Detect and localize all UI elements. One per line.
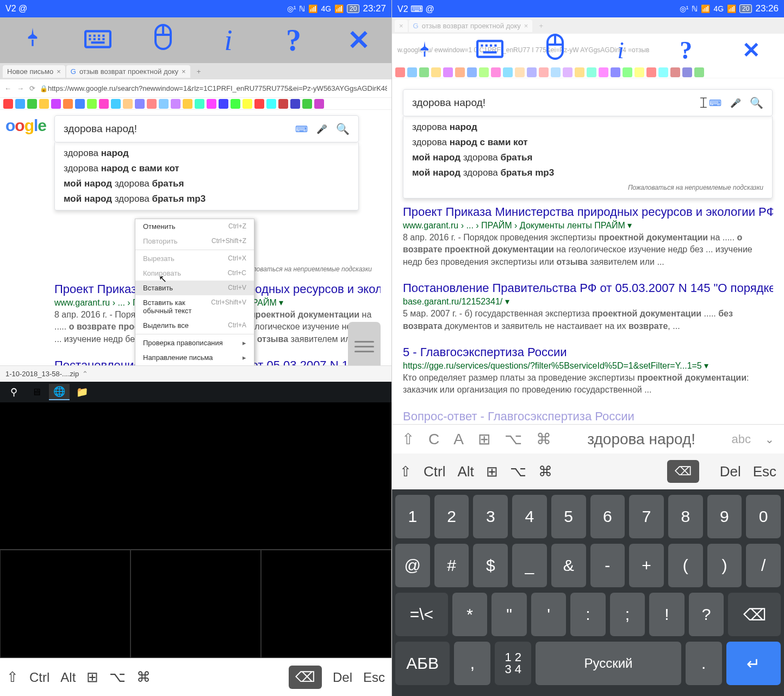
suggestion[interactable]: мой народ здорова братья mp3 — [55, 191, 358, 207]
help-icon[interactable]: ? — [670, 36, 702, 65]
mic-icon[interactable]: 🎤 — [316, 124, 327, 134]
touchpad-right-button[interactable] — [261, 550, 391, 658]
ctx-select-all[interactable]: Выделить всеCtrl+A — [135, 318, 254, 333]
search-input-wrap[interactable]: здорова народ! 𝙸 ⌨ 🎤 🔍 — [403, 89, 773, 116]
browser-tab-1[interactable]: Новое письмо× — [3, 65, 65, 78]
browser-tab-2[interactable]: Gотзыв возврат проектной доку× — [66, 65, 190, 78]
search-input-wrap[interactable]: здорова народ! ⌨ 🎤 🔍 — [54, 115, 359, 142]
key-rparen[interactable]: ) — [707, 544, 742, 587]
key-comma[interactable]: , — [454, 642, 490, 685]
result-title[interactable]: Постановление Правительства РФ от 05.03.… — [403, 281, 773, 295]
shift-key[interactable]: ⇧ — [400, 463, 412, 480]
suggestion[interactable]: мой народ здорова братья — [55, 176, 358, 191]
cmd-key[interactable]: ⌘ — [136, 669, 151, 686]
key-semi[interactable]: ; — [610, 593, 645, 636]
key-colon[interactable]: : — [570, 593, 606, 636]
back-icon[interactable]: ← — [4, 84, 11, 92]
key-1[interactable]: 1 — [395, 495, 430, 538]
ctx-paste[interactable]: ВставитьCtrl+V — [135, 281, 254, 295]
touchpad-middle-button[interactable] — [130, 550, 261, 658]
suggestion[interactable]: здорова народ с вами кот — [55, 161, 358, 176]
ctx-direction[interactable]: Направление письма — [135, 350, 254, 365]
a-indicator[interactable]: A — [453, 431, 464, 448]
close-icon[interactable]: ✕ — [735, 38, 768, 63]
option-key[interactable]: ⌥ — [510, 463, 526, 480]
suggestion[interactable]: мой народ здорова братья — [403, 150, 772, 165]
mouse-icon[interactable] — [539, 34, 571, 66]
browser-tab[interactable]: × — [395, 20, 408, 32]
key-3[interactable]: 3 — [473, 495, 508, 538]
win-key[interactable]: ⊞ — [86, 669, 98, 686]
pin-icon[interactable] — [16, 24, 49, 57]
touchpad-left-button[interactable] — [0, 550, 130, 658]
collapse-icon[interactable]: ⌄ — [765, 433, 774, 446]
option-key[interactable]: ⌥ — [109, 669, 126, 686]
backspace-key[interactable]: ⌫ — [289, 666, 322, 689]
url-text[interactable]: https://www.google.ru/search?newwindow=1… — [48, 84, 387, 92]
c-indicator[interactable]: C — [428, 431, 439, 448]
ctrl-key[interactable]: Ctrl — [29, 670, 49, 685]
pin-icon[interactable] — [408, 34, 441, 66]
close-icon[interactable]: ✕ — [343, 24, 375, 56]
new-tab-button[interactable]: + — [191, 67, 207, 76]
suggestion[interactable]: здорова народ с вами кот — [403, 135, 772, 150]
abc-indicator[interactable]: abc — [732, 432, 751, 446]
key-question[interactable]: ? — [689, 593, 724, 636]
suggestion[interactable]: здорова народ — [403, 120, 772, 135]
key-8[interactable]: 8 — [668, 495, 703, 538]
backspace-key[interactable]: ⌫ — [667, 460, 699, 483]
cmd-key[interactable]: ⌘ — [538, 463, 552, 480]
key-symbols[interactable]: =\< — [395, 593, 448, 636]
search-taskbar-icon[interactable]: ⚲ — [3, 384, 24, 400]
info-icon[interactable]: i — [212, 23, 245, 57]
alt-key[interactable]: Alt — [457, 463, 474, 480]
chrome-icon[interactable]: 🌐 — [49, 384, 70, 400]
opt-indicator[interactable]: ⌥ — [505, 430, 522, 448]
mouse-icon[interactable] — [147, 24, 179, 57]
ctx-undo[interactable]: ОтменитьCtrl+Z — [135, 219, 254, 234]
search-input[interactable]: здорова народ! — [64, 123, 295, 135]
key-minus[interactable]: - — [590, 544, 625, 587]
dropdown-icon[interactable]: ▾ — [704, 361, 708, 370]
result-title[interactable]: Проект Приказа Министерства природных ре… — [403, 205, 773, 219]
key-4[interactable]: 4 — [512, 495, 547, 538]
download-file[interactable]: 1-10-2018_13-58-....zip — [5, 370, 79, 378]
info-icon[interactable]: i — [605, 36, 637, 64]
shift-key[interactable]: ⇧ — [7, 669, 18, 686]
scroll-handle[interactable] — [348, 322, 381, 365]
ctrl-key[interactable]: Ctrl — [424, 463, 445, 480]
win-key[interactable]: ⊞ — [486, 463, 498, 480]
key-underscore[interactable]: _ — [512, 544, 547, 587]
key-numpad[interactable]: 1 23 4 — [495, 642, 531, 685]
search-input[interactable]: здорова народ! — [412, 97, 698, 109]
key-amp[interactable]: & — [551, 544, 586, 587]
key-6[interactable]: 6 — [590, 495, 625, 538]
shift-indicator[interactable]: ⇧ — [402, 430, 414, 448]
dropdown-icon[interactable]: ▾ — [505, 297, 509, 306]
close-tab-icon[interactable]: × — [182, 67, 186, 76]
key-backspace[interactable]: ⌫ — [728, 593, 781, 636]
keyboard-mini-icon[interactable]: ⌨ — [709, 98, 721, 108]
ctx-copy[interactable]: КопироватьCtrl+C — [135, 266, 254, 281]
alt-key[interactable]: Alt — [60, 670, 76, 685]
search-icon[interactable]: 🔍 — [336, 122, 350, 135]
esc-key[interactable]: Esc — [363, 670, 385, 685]
key-enter[interactable]: ↵ — [726, 642, 781, 685]
keyboard-icon[interactable] — [82, 24, 114, 57]
key-at[interactable]: @ — [395, 544, 430, 587]
key-bang[interactable]: ! — [649, 593, 685, 636]
ctx-redo[interactable]: ПовторитьCtrl+Shift+Z — [135, 234, 254, 248]
keyboard-icon[interactable] — [474, 34, 506, 66]
key-dot[interactable]: . — [686, 642, 722, 685]
key-dquote[interactable]: " — [491, 593, 527, 636]
key-abc[interactable]: АБВ — [395, 642, 450, 685]
monitor-icon[interactable]: 🖥 — [26, 384, 47, 400]
key-hash[interactable]: # — [434, 544, 469, 587]
key-star[interactable]: * — [452, 593, 488, 636]
dropdown-icon[interactable]: ▾ — [279, 298, 283, 307]
chevron-up-icon[interactable]: ⌃ — [82, 370, 88, 378]
reload-icon[interactable]: ⟳ — [29, 84, 35, 92]
suggestion[interactable]: здорова народ — [55, 146, 358, 161]
help-icon[interactable]: ? — [277, 23, 310, 58]
key-space[interactable]: Русский — [536, 642, 681, 685]
